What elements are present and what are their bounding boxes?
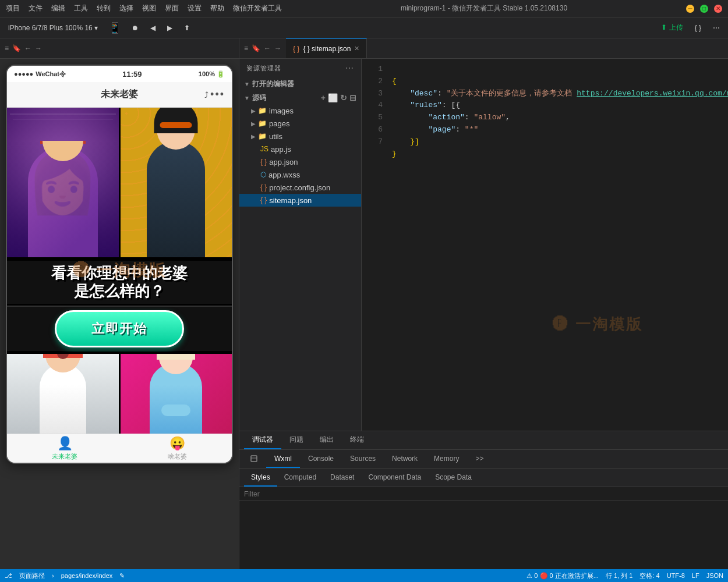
phone-carrier: WeChat令	[36, 70, 66, 79]
new-file-icon[interactable]: +	[321, 93, 326, 102]
indent-info[interactable]: 空格: 4	[639, 572, 659, 580]
panel-tab-console[interactable]: Console	[300, 450, 342, 468]
filter-bar: .cls +	[239, 487, 728, 501]
toolbar-more[interactable]: ⋯	[709, 22, 723, 34]
devtools-tab-output[interactable]: 编出	[312, 431, 342, 449]
line-ending[interactable]: LF	[692, 572, 699, 579]
start-button[interactable]: 立即开始	[55, 310, 184, 347]
menu-bar[interactable]: 项目 文件 编辑 工具 转到 选择 视图 界面 设置 帮助 微信开发者工具	[6, 3, 282, 13]
open-editors-section: ▼ 打开的编辑器	[239, 77, 361, 90]
phone-tab-what-wife[interactable]: 😛 啥老婆	[168, 436, 187, 461]
menu-view[interactable]: 视图	[142, 3, 156, 13]
line-num-5: 5	[364, 112, 383, 124]
styles-tab-bar[interactable]: Styles Computed Dataset Component Data S…	[239, 469, 728, 487]
explorer-more-icon[interactable]: ⋯	[345, 63, 354, 73]
file-app-wxss[interactable]: ⬡ app.wxss	[239, 168, 361, 181]
devtools-tab-issues[interactable]: 问题	[281, 431, 312, 449]
styles-tab-styles[interactable]: Styles	[244, 469, 277, 487]
code-content[interactable]: { "desc": "关于本文件的更多信息，请参考文档 https://deve…	[385, 59, 728, 431]
device-select[interactable]: iPhone 6/7/8 Plus 100% 16 ▾	[5, 22, 101, 34]
styles-tab-scope-data[interactable]: Scope Data	[428, 469, 479, 487]
right-code-devtools: 资源管理器 ⋯ ▼ 打开的编辑器	[239, 59, 728, 582]
new-folder-icon[interactable]: ⬜	[328, 93, 338, 102]
devtools-tab-debugger[interactable]: 调试器	[244, 431, 281, 449]
source-header[interactable]: ▼ 源码 + ⬜ ↻ ⊟	[239, 91, 361, 104]
devtools-panel: 调试器 问题 编出 终端 ▲ 4 ● 1 ⚙ ⊞ ✕	[239, 431, 728, 582]
open-editors-header[interactable]: ▼ 打开的编辑器	[239, 77, 361, 90]
share-icon[interactable]: ⤴	[204, 90, 208, 100]
collapse-icon[interactable]: ⊟	[349, 93, 356, 102]
refresh-btn[interactable]: ⬆	[181, 22, 193, 34]
panel-tab-memory[interactable]: Memory	[426, 450, 467, 468]
phone-tab-future-wife[interactable]: 👤 未来老婆	[52, 436, 77, 461]
phone-tab-bar[interactable]: 👤 未来老婆 😛 啥老婆	[7, 434, 232, 463]
record-btn[interactable]: ⏺	[128, 22, 142, 34]
menu-select[interactable]: 选择	[119, 3, 133, 13]
panel-tab-network[interactable]: Network	[384, 450, 426, 468]
menu-edit[interactable]: 编辑	[51, 3, 65, 13]
back-btn[interactable]: ◀	[147, 22, 159, 34]
minimize-button[interactable]: ─	[686, 5, 694, 13]
menu-goto[interactable]: 转到	[97, 3, 111, 13]
folder-utils[interactable]: ▶ 📁 utils	[239, 130, 361, 143]
utils-arrow: ▶	[251, 133, 256, 140]
folder-pages[interactable]: ▶ 📁 pages	[239, 117, 361, 130]
start-button-area[interactable]: 立即开始	[7, 306, 232, 352]
file-app-json[interactable]: { } app.json	[239, 155, 361, 168]
breadcrumb-pin-icon: 🔖	[252, 44, 260, 52]
tab-close-icon[interactable]: ✕	[354, 45, 359, 52]
devtools-panel-tab-bar[interactable]: Wxml Console Sources Network Memory >>	[239, 450, 728, 469]
phone-simulator: ●●●●● WeChat令 11:59 100% 🔋 未来老婆 ⤴ •••	[0, 59, 239, 582]
phone-battery-pct: 100%	[199, 70, 215, 77]
nav-more-icon[interactable]: •••	[210, 88, 225, 101]
menu-wechat-devtool[interactable]: 微信开发者工具	[233, 3, 282, 13]
close-button[interactable]: ✕	[714, 5, 722, 13]
file-sitemap-json[interactable]: { } sitemap.json	[239, 194, 361, 207]
panel-tab-inspect[interactable]	[242, 450, 266, 468]
svg-rect-0	[251, 456, 257, 462]
filter-input[interactable]	[244, 490, 728, 498]
simulator-tab-bar: ≡ 🔖 ← →	[0, 38, 239, 59]
line-num-1: 1	[364, 63, 383, 76]
folder-images[interactable]: ▶ 📁 images	[239, 104, 361, 117]
tab-forward-icon: →	[35, 44, 42, 52]
menu-interface[interactable]: 界面	[165, 3, 179, 13]
what-wife-label: 啥老婆	[168, 452, 187, 461]
panel-tab-wxml[interactable]: Wxml	[266, 450, 300, 468]
maximize-button[interactable]: □	[700, 5, 708, 13]
status-bar: ⎇ 页面路径 › pages/index/index ✎ ⚠ 0 🔴 0 正在激…	[0, 569, 728, 582]
notifications[interactable]: ⚠ 0 🔴 0 正在激活扩展...	[526, 572, 599, 580]
phone-nav-bar: 未来老婆 ⤴ •••	[7, 82, 232, 108]
explorer-actions[interactable]: ⋯	[345, 63, 354, 73]
file-project-config[interactable]: { } project.config.json	[239, 181, 361, 194]
styles-tab-component-data[interactable]: Component Data	[361, 469, 428, 487]
utils-folder-icon: 📁	[258, 132, 267, 140]
window-controls[interactable]: ─ □ ✕	[686, 5, 722, 13]
images-folder-icon: 📁	[258, 107, 267, 115]
styles-tab-computed[interactable]: Computed	[277, 469, 323, 487]
code-mode-btn[interactable]: { }	[691, 22, 705, 34]
line-num-6: 6	[364, 124, 383, 136]
tab-sitemap-json[interactable]: { } { } sitemap.json ✕	[286, 38, 367, 58]
source-arrow: ▼	[244, 95, 250, 101]
file-explorer: 资源管理器 ⋯ ▼ 打开的编辑器	[239, 59, 362, 431]
devtools-tabs[interactable]: 调试器 问题 编出 终端	[244, 431, 372, 449]
panel-tab-more[interactable]: >>	[467, 450, 492, 468]
forward-btn[interactable]: ▶	[164, 22, 176, 34]
branch-name[interactable]: 页面路径	[19, 572, 45, 580]
menu-project[interactable]: 项目	[6, 3, 20, 13]
upload-btn[interactable]: ⬆ 上传	[658, 21, 686, 34]
styles-tab-dataset[interactable]: Dataset	[323, 469, 361, 487]
menu-help[interactable]: 帮助	[210, 3, 224, 13]
menu-file[interactable]: 文件	[29, 3, 43, 13]
edit-icon: ✎	[119, 572, 125, 580]
panel-tab-sources[interactable]: Sources	[342, 450, 384, 468]
line-numbers: 1 2 3 4 5 6 7	[362, 59, 385, 431]
file-app-js[interactable]: JS app.js	[239, 143, 361, 155]
refresh-icon[interactable]: ↻	[340, 93, 347, 102]
language[interactable]: JSON	[706, 572, 723, 579]
encoding[interactable]: UTF-8	[667, 572, 685, 579]
devtools-tab-terminal[interactable]: 终端	[342, 431, 372, 449]
menu-tool[interactable]: 工具	[74, 3, 88, 13]
menu-settings[interactable]: 设置	[188, 3, 202, 13]
